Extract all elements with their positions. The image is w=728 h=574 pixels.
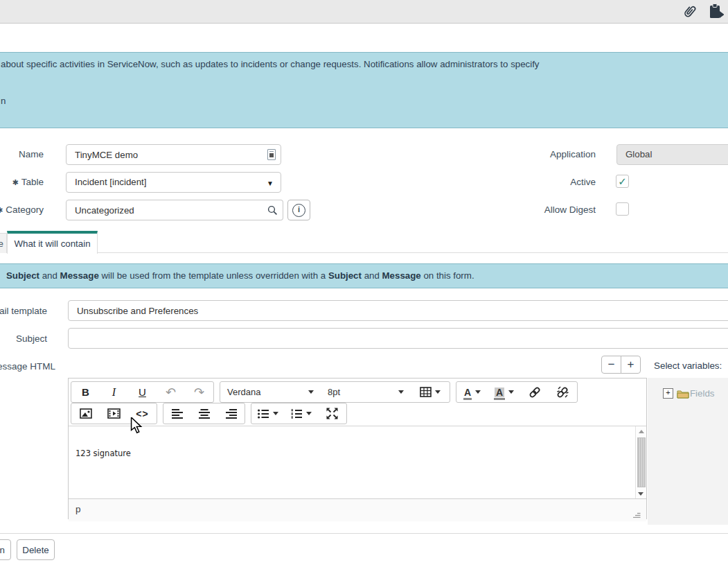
- undo-button[interactable]: ↶: [157, 383, 185, 401]
- insert-image-button[interactable]: [71, 404, 100, 423]
- bold-button[interactable]: B: [71, 383, 100, 401]
- element-path: p: [76, 504, 81, 514]
- insert-link-button[interactable]: [520, 383, 549, 401]
- name-input[interactable]: [66, 144, 281, 165]
- table-select-value: Incident [incident]: [75, 177, 147, 187]
- unlink-icon: [556, 385, 569, 399]
- delete-button[interactable]: Delete: [17, 539, 55, 560]
- notification-info-banner: about specific activities in ServiceNow,…: [0, 52, 728, 128]
- text-color-button[interactable]: A: [456, 383, 488, 401]
- category-info-button[interactable]: i: [287, 200, 310, 220]
- active-checkbox[interactable]: ✓: [616, 175, 629, 188]
- align-center-icon: [199, 409, 210, 419]
- tab-previous-fragment[interactable]: e: [0, 233, 7, 253]
- font-family-value: Verdana: [227, 387, 260, 397]
- background-color-button[interactable]: A: [488, 383, 520, 401]
- application-label: Application: [485, 149, 596, 159]
- chevron-down-icon: [308, 390, 314, 394]
- toolbar-row-1: B I U ↶ ↷ Verdana 8pt: [71, 381, 644, 401]
- footer-left-button-fragment[interactable]: n: [0, 539, 11, 560]
- editor-shrink-button[interactable]: −: [601, 356, 621, 374]
- email-template-input[interactable]: [68, 300, 728, 321]
- image-icon: [80, 408, 92, 419]
- font-family-select[interactable]: Verdana: [220, 383, 321, 401]
- fullscreen-button[interactable]: [318, 404, 346, 423]
- application-field: Global: [616, 144, 728, 165]
- clipboard-button[interactable]: [707, 3, 724, 21]
- template-info-text: Subject and Message will be used from th…: [6, 270, 474, 281]
- underline-button[interactable]: U: [128, 383, 157, 401]
- font-size-value: 8pt: [328, 387, 340, 397]
- toolbar-group-insert: <>: [71, 403, 157, 424]
- paperclip-icon: [682, 3, 698, 20]
- fields-folder-label: Fields: [690, 388, 714, 399]
- subject-label: Subject: [0, 333, 47, 344]
- banner-text-line1: about specific activities in ServiceNow,…: [1, 59, 540, 69]
- media-icon: [107, 408, 121, 419]
- category-label: ✱Category: [0, 205, 44, 215]
- text-color-icon: A: [464, 388, 471, 397]
- mouse-cursor: [130, 417, 143, 434]
- table-label: ✱Table: [0, 177, 44, 187]
- editor-toolbar: B I U ↶ ↷ Verdana 8pt: [69, 379, 646, 426]
- editor-content-area[interactable]: 123 signature: [69, 426, 646, 498]
- required-icon: ✱: [0, 206, 3, 214]
- toolbar-row-2: <>: [71, 403, 644, 423]
- form-tabbar: e What it will contain: [0, 231, 728, 253]
- toolbar-group-color-link: A A: [456, 381, 578, 403]
- scroll-down-icon[interactable]: [638, 492, 643, 496]
- select-variables-label: Select variables:: [654, 360, 722, 371]
- align-right-button[interactable]: [217, 404, 245, 423]
- subject-input[interactable]: [68, 328, 728, 349]
- bullet-list-button[interactable]: [251, 404, 285, 423]
- editor-scrollbar[interactable]: [635, 426, 646, 498]
- toolbar-group-font: Verdana 8pt: [220, 381, 450, 403]
- toolbar-group-text-style: B I U ↶ ↷: [71, 381, 214, 403]
- align-center-button[interactable]: [190, 404, 217, 423]
- table-menu-button[interactable]: [411, 383, 450, 401]
- link-icon: [529, 386, 541, 399]
- chevron-down-icon: [306, 412, 312, 415]
- remove-link-button[interactable]: [549, 383, 577, 401]
- clipboard-icon: [707, 3, 724, 21]
- footer-divider: [0, 533, 728, 534]
- italic-button[interactable]: I: [100, 383, 128, 401]
- numbered-list-button[interactable]: [285, 404, 318, 423]
- allow-digest-label: Allow Digest: [485, 205, 596, 215]
- attachment-button[interactable]: [682, 3, 698, 20]
- font-size-select[interactable]: 8pt: [321, 383, 411, 401]
- insert-media-button[interactable]: [100, 404, 128, 423]
- table-select[interactable]: Incident [incident] ▼: [66, 172, 281, 193]
- category-input[interactable]: [66, 200, 263, 220]
- category-lookup-button[interactable]: [263, 200, 283, 220]
- translation-icon[interactable]: [267, 149, 276, 160]
- select-variables-panel: + Fields: [648, 378, 728, 525]
- folder-icon: [677, 389, 689, 399]
- background-color-icon: A: [495, 388, 504, 397]
- search-icon: [267, 205, 278, 216]
- name-label: Name: [0, 149, 44, 159]
- redo-button[interactable]: ↷: [185, 383, 213, 401]
- info-icon: i: [292, 204, 305, 217]
- undo-icon: ↶: [166, 385, 176, 399]
- checkmark-icon: ✓: [618, 175, 627, 187]
- chevron-down-icon: [475, 390, 481, 394]
- editor-body-text: 123 signature: [76, 449, 131, 458]
- resize-grip[interactable]: [632, 510, 641, 518]
- scrollbar-thumb[interactable]: [637, 437, 646, 487]
- template-info-banner: Subject and Message will be used from th…: [0, 263, 728, 288]
- chevron-down-icon: [508, 390, 514, 394]
- editor-grow-button[interactable]: +: [621, 356, 641, 374]
- required-icon: ✱: [12, 178, 19, 186]
- tab-what-it-will-contain[interactable]: What it will contain: [7, 231, 98, 254]
- email-template-label: ail template: [0, 306, 47, 316]
- numbered-list-icon: [291, 409, 302, 419]
- scroll-up-icon[interactable]: [639, 430, 644, 433]
- toolbar-group-align: [163, 403, 245, 424]
- fields-tree-node[interactable]: + Fields: [663, 388, 714, 399]
- align-left-button[interactable]: [163, 404, 190, 423]
- redo-icon: ↷: [194, 385, 204, 399]
- expand-icon[interactable]: +: [663, 388, 673, 399]
- allow-digest-checkbox[interactable]: [616, 202, 629, 216]
- toolbar-group-lists: [251, 403, 347, 424]
